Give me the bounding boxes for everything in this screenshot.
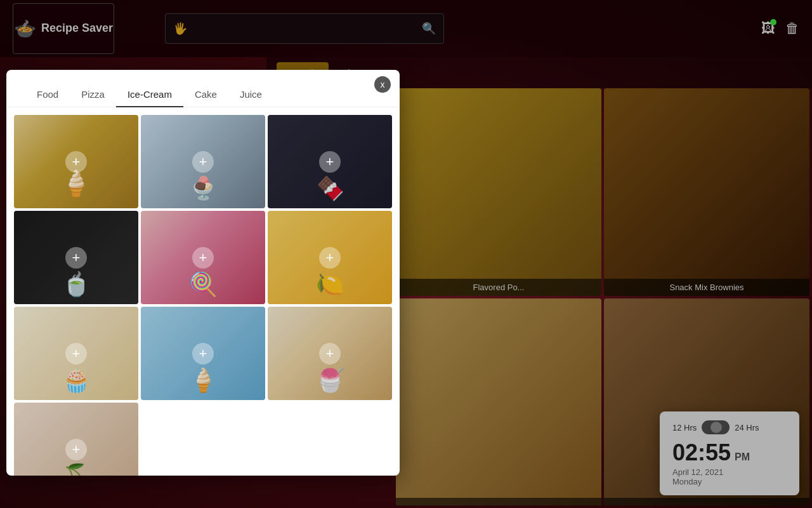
plus-overlay-10: + bbox=[14, 403, 138, 476]
add-image-2[interactable]: + bbox=[192, 151, 214, 173]
plus-overlay-7: + bbox=[14, 307, 138, 400]
add-image-4[interactable]: + bbox=[65, 247, 87, 269]
image-cell-7[interactable]: + bbox=[14, 307, 138, 400]
add-image-10[interactable]: + bbox=[65, 439, 87, 460]
add-image-1[interactable]: + bbox=[65, 151, 87, 173]
plus-overlay-2: + bbox=[141, 115, 265, 208]
add-image-5[interactable]: + bbox=[192, 247, 214, 269]
plus-overlay-5: + bbox=[141, 211, 265, 304]
modal-tabs: Food Pizza Ice-Cream Cake Juice bbox=[6, 70, 400, 107]
modal-tab-pizza[interactable]: Pizza bbox=[70, 83, 116, 107]
plus-overlay-8: + bbox=[141, 307, 265, 400]
image-picker-modal: x Food Pizza Ice-Cream Cake Juice + + + … bbox=[6, 70, 400, 476]
plus-overlay-6: + bbox=[268, 211, 392, 304]
modal-close-button[interactable]: x bbox=[374, 76, 391, 93]
modal-tab-cake[interactable]: Cake bbox=[183, 83, 228, 107]
plus-overlay-9: + bbox=[268, 307, 392, 400]
image-cell-2[interactable]: + bbox=[141, 115, 265, 208]
image-grid: + + + + + + bbox=[6, 107, 400, 476]
image-cell-9[interactable]: + bbox=[268, 307, 392, 400]
add-image-9[interactable]: + bbox=[319, 343, 341, 364]
image-cell-3[interactable]: + bbox=[268, 115, 392, 208]
modal-tab-juice[interactable]: Juice bbox=[228, 83, 273, 107]
image-cell-10[interactable]: + bbox=[14, 403, 138, 476]
image-cell-6[interactable]: + bbox=[268, 211, 392, 304]
add-image-7[interactable]: + bbox=[65, 343, 87, 364]
plus-overlay-4: + bbox=[14, 211, 138, 304]
plus-overlay-3: + bbox=[268, 115, 392, 208]
modal-tab-ice-cream[interactable]: Ice-Cream bbox=[116, 83, 183, 107]
image-cell-1[interactable]: + bbox=[14, 115, 138, 208]
add-image-8[interactable]: + bbox=[192, 343, 214, 364]
image-cell-5[interactable]: + bbox=[141, 211, 265, 304]
plus-overlay-1: + bbox=[14, 115, 138, 208]
add-image-3[interactable]: + bbox=[319, 151, 341, 173]
image-cell-4[interactable]: + bbox=[14, 211, 138, 304]
image-cell-8[interactable]: + bbox=[141, 307, 265, 400]
add-image-6[interactable]: + bbox=[319, 247, 341, 269]
modal-tab-food[interactable]: Food bbox=[25, 83, 70, 107]
